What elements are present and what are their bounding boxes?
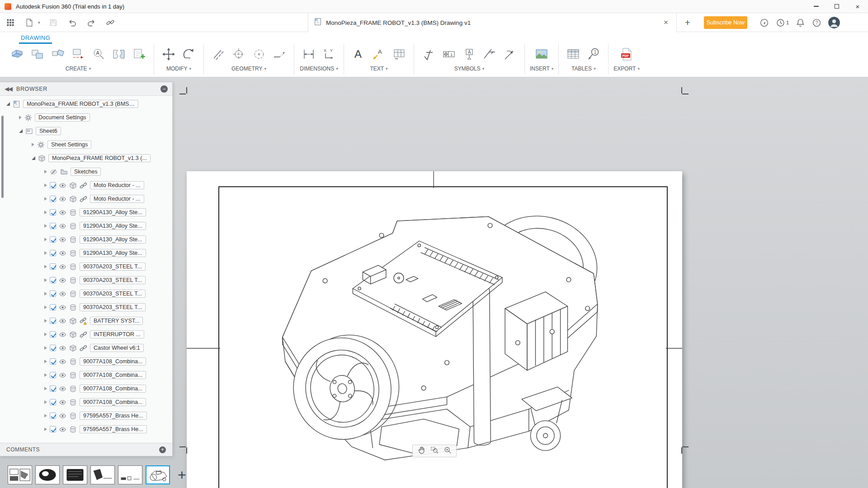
eye-icon[interactable]	[59, 358, 66, 366]
job-status-clock-icon[interactable]: 1	[776, 18, 789, 28]
datum-icon[interactable]: A	[460, 44, 479, 64]
tree-row-label[interactable]: 97595A557_Brass He...	[80, 425, 147, 433]
app-grid-icon[interactable]	[5, 17, 16, 28]
surface-finish-icon[interactable]	[419, 44, 438, 64]
feature-control-icon[interactable]: 1	[439, 44, 458, 64]
section-view-icon[interactable]	[69, 44, 88, 64]
feedback-icon[interactable]	[760, 18, 769, 28]
tree-row[interactable]: 97595A557_Brass He...	[0, 422, 172, 436]
eye-icon[interactable]	[59, 371, 66, 379]
balloon-icon[interactable]: 1	[584, 44, 603, 64]
expand-arrow-icon[interactable]	[44, 333, 47, 336]
ribbon-group-label-create[interactable]: CREATE▾	[66, 66, 91, 72]
text-icon[interactable]: A	[349, 44, 368, 64]
tree-row[interactable]: Moto Reductor - ...	[0, 178, 172, 192]
taper-icon[interactable]	[500, 44, 519, 64]
tree-row[interactable]: Castor Wheel v6:1	[0, 341, 172, 355]
tree-row[interactable]: Sheet6	[0, 124, 172, 138]
tree-row-label[interactable]: 90370A203_STEEL T...	[80, 290, 146, 298]
expand-arrow-icon[interactable]	[44, 292, 47, 296]
save-icon[interactable]	[47, 17, 59, 28]
expand-arrow-icon[interactable]	[19, 116, 22, 119]
notifications-bell-icon[interactable]	[796, 18, 805, 28]
zoom-window-icon[interactable]	[430, 446, 439, 456]
pan-icon[interactable]	[417, 446, 425, 456]
leader-text-icon[interactable]: A	[369, 44, 388, 64]
ribbon-group-label-modify[interactable]: MODIFY▾	[166, 66, 191, 72]
eye-icon[interactable]	[59, 304, 66, 311]
help-icon[interactable]: ?	[812, 18, 821, 28]
break-view-icon[interactable]	[109, 44, 128, 64]
circle-icon[interactable]	[250, 44, 269, 64]
expand-arrow-icon[interactable]	[44, 400, 47, 404]
tree-row-label[interactable]: Document Settings	[35, 113, 90, 122]
tree-row-label[interactable]: Castor Wheel v6:1	[90, 344, 144, 352]
edge-icon[interactable]	[270, 44, 289, 64]
insert-image-icon[interactable]	[532, 44, 551, 64]
tree-row-label[interactable]: 90077A108_Combina...	[80, 357, 146, 366]
close-button[interactable]: ×	[847, 0, 868, 13]
tree-row-label[interactable]: 91290A130_Alloy Ste...	[80, 222, 146, 230]
ribbon-group-label-geometry[interactable]: GEOMETRY▾	[231, 66, 266, 72]
visibility-checkbox[interactable]	[50, 413, 56, 419]
tree-row-label[interactable]: 91290A130_Alloy Ste...	[80, 208, 146, 216]
tree-row[interactable]: Sheet Settings	[0, 138, 172, 151]
visibility-checkbox[interactable]	[50, 345, 56, 351]
eye-icon[interactable]	[59, 385, 66, 393]
eye-icon[interactable]	[59, 209, 66, 216]
visibility-checkbox[interactable]	[50, 385, 56, 392]
weld-icon[interactable]	[480, 44, 499, 64]
collapse-panel-icon[interactable]: ◀◀	[5, 85, 12, 92]
tree-row[interactable]: MonoPieza_FRAME ROBOT_v1.3 (BMS) D...	[0, 97, 172, 111]
visibility-checkbox[interactable]	[50, 182, 56, 188]
tree-row[interactable]: 90077A108_Combina...	[0, 382, 172, 395]
maximize-button[interactable]	[826, 0, 847, 13]
minimize-button[interactable]	[806, 0, 826, 13]
tree-row[interactable]: Sketches	[0, 165, 172, 178]
tree-row-label[interactable]: 91290A130_Alloy Ste...	[80, 249, 146, 257]
tree-row[interactable]: 91290A130_Alloy Ste...	[0, 219, 172, 233]
tree-row[interactable]: 97595A557_Brass He...	[0, 409, 172, 422]
visibility-checkbox[interactable]	[50, 372, 56, 378]
eye-icon[interactable]	[59, 412, 66, 420]
expand-arrow-icon[interactable]	[44, 183, 47, 187]
expand-arrow-icon[interactable]	[44, 170, 47, 174]
note-icon[interactable]	[390, 44, 409, 64]
ribbon-group-label-export[interactable]: EXPORT▾	[613, 66, 640, 72]
expand-arrow-icon[interactable]	[44, 373, 47, 377]
sheet-thumbnail-5[interactable]	[118, 465, 142, 484]
tab-close-icon[interactable]: ×	[661, 18, 671, 27]
collapse-arrow-icon[interactable]	[19, 129, 23, 133]
tree-row-label[interactable]: MonoPieza_FRAME ROBOT_v1.3 (BMS) D...	[23, 100, 138, 108]
move-icon[interactable]	[159, 44, 178, 64]
tree-row[interactable]: Moto Reductor - ...	[0, 192, 172, 206]
sheet-thumbnail-6[interactable]	[146, 465, 170, 484]
visibility-checkbox[interactable]	[50, 304, 56, 310]
collapse-arrow-icon[interactable]	[6, 102, 10, 106]
visibility-checkbox[interactable]	[50, 318, 56, 324]
visibility-checkbox[interactable]	[50, 196, 56, 202]
expand-arrow-icon[interactable]	[44, 197, 47, 201]
tab-drawing[interactable]: DRAWING	[19, 34, 52, 44]
export-pdf-icon[interactable]: PDF	[617, 44, 636, 64]
tree-row-label[interactable]: Sheet Settings	[47, 141, 91, 149]
tree-row[interactable]: 90077A108_Combina...	[0, 355, 172, 368]
visibility-checkbox[interactable]	[50, 426, 56, 432]
tree-row-label[interactable]: Sketches	[71, 168, 101, 176]
tree-row-label[interactable]: 90370A203_STEEL T...	[80, 263, 146, 271]
eye-icon[interactable]	[59, 331, 66, 338]
eye-icon[interactable]	[59, 426, 66, 433]
dimension-icon[interactable]	[299, 44, 318, 64]
visibility-checkbox[interactable]	[50, 263, 56, 270]
tree-row[interactable]: Document Settings	[0, 111, 172, 124]
tree-row[interactable]: 90370A203_STEEL T...	[0, 287, 172, 300]
visibility-checkbox[interactable]	[50, 236, 56, 243]
tree-row[interactable]: 90370A203_STEEL T...	[0, 273, 172, 287]
rotate-icon[interactable]	[179, 44, 198, 64]
tree-row[interactable]: MonoPieza_FRAME ROBOT_v1.3 (...	[0, 151, 172, 165]
tree-row[interactable]: 91290A130_Alloy Ste...	[0, 206, 172, 219]
new-tab-button[interactable]: +	[681, 13, 694, 32]
user-avatar[interactable]	[828, 17, 840, 28]
tree-row-label[interactable]: BATTERY SYST...	[90, 317, 143, 325]
undo-icon[interactable]	[66, 17, 78, 28]
